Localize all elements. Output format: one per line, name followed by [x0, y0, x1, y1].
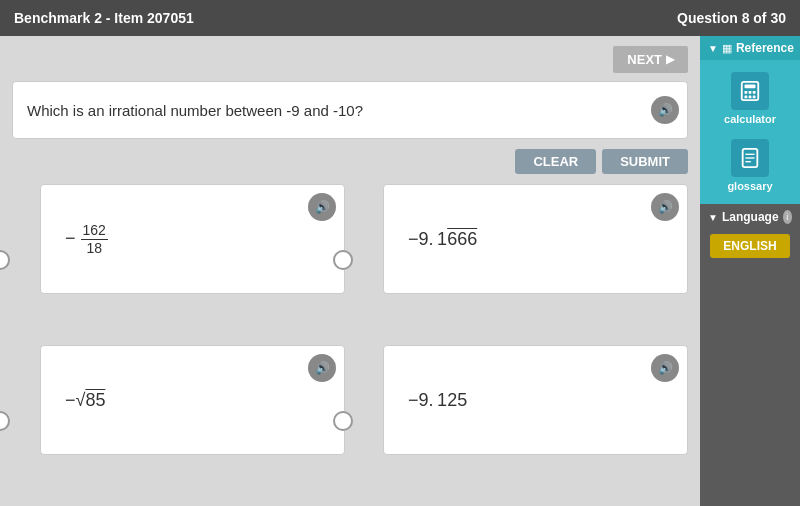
sidebar: ▼ ▦ Reference [700, 36, 800, 506]
reference-label: Reference [736, 41, 794, 55]
svg-rect-7 [753, 96, 756, 99]
overline-digits: 666 [447, 229, 477, 249]
language-label: Language [722, 210, 779, 224]
speaker-button-d[interactable]: 🔊 [651, 354, 679, 382]
speaker-icon-a: 🔊 [315, 200, 330, 214]
speaker-icon-d: 🔊 [658, 361, 673, 375]
svg-rect-6 [749, 96, 752, 99]
language-section: ▼ Language i ENGLISH [700, 204, 800, 266]
speaker-icon: 🔊 [658, 103, 673, 117]
svg-rect-3 [749, 91, 752, 94]
next-button[interactable]: NEXT ▶ [613, 46, 688, 73]
question-speaker-button[interactable]: 🔊 [651, 96, 679, 124]
answer-text-b: −9. 1666 [408, 229, 477, 250]
speaker-button-b[interactable]: 🔊 [651, 193, 679, 221]
answer-text-d: −9. 125 [408, 390, 467, 411]
svg-rect-2 [745, 91, 748, 94]
page-title: Benchmark 2 - Item 207051 [14, 10, 194, 26]
reference-triangle-icon: ▼ [708, 43, 718, 54]
radio-button-b[interactable] [333, 250, 353, 270]
question-text: Which is an irrational number between -9… [27, 102, 363, 119]
question-box: Which is an irrational number between -9… [12, 81, 688, 139]
radio-button-c[interactable] [0, 411, 10, 431]
answer-option-d[interactable]: 🔊 −9. 125 [383, 345, 688, 455]
fraction-a: 162 18 [81, 222, 108, 257]
speaker-button-a[interactable]: 🔊 [308, 193, 336, 221]
language-triangle-icon: ▼ [708, 212, 718, 223]
calculator-icon [739, 80, 761, 102]
svg-rect-1 [745, 85, 756, 89]
reference-header[interactable]: ▼ ▦ Reference [700, 36, 800, 60]
next-arrow-icon: ▶ [666, 53, 674, 66]
reference-tools: calculator glossary [700, 60, 800, 204]
reference-icon-small: ▦ [722, 42, 732, 55]
answer-text-a: − 162 18 [65, 222, 108, 257]
sqrt-radicand: 85 [85, 390, 105, 410]
glossary-icon-box [731, 139, 769, 177]
answer-grid: 🔊 − 162 18 🔊 [12, 184, 688, 496]
answer-option-a-wrapper: 🔊 − 162 18 [12, 184, 345, 335]
reference-section: ▼ ▦ Reference [700, 36, 800, 204]
answer-option-b[interactable]: 🔊 −9. 1666 [383, 184, 688, 294]
answer-text-c: −√85 [65, 390, 105, 411]
answer-option-c[interactable]: 🔊 −√85 [40, 345, 345, 455]
glossary-tool[interactable]: glossary [723, 135, 776, 196]
radio-button-a[interactable] [0, 250, 10, 270]
answer-option-c-wrapper: 🔊 −√85 [12, 345, 345, 496]
svg-rect-4 [753, 91, 756, 94]
glossary-label: glossary [727, 180, 772, 192]
calculator-tool[interactable]: calculator [720, 68, 780, 129]
svg-rect-5 [745, 96, 748, 99]
answer-option-a[interactable]: 🔊 − 162 18 [40, 184, 345, 294]
speaker-icon-c: 🔊 [315, 361, 330, 375]
next-label: NEXT [627, 52, 662, 67]
clear-button[interactable]: CLEAR [515, 149, 596, 174]
info-icon[interactable]: i [783, 210, 792, 224]
speaker-icon-b: 🔊 [658, 200, 673, 214]
question-counter: Question 8 of 30 [677, 10, 786, 26]
glossary-icon [739, 147, 761, 169]
answer-option-b-wrapper: 🔊 −9. 1666 [355, 184, 688, 335]
speaker-button-c[interactable]: 🔊 [308, 354, 336, 382]
answer-option-d-wrapper: 🔊 −9. 125 [355, 345, 688, 496]
english-button[interactable]: ENGLISH [710, 234, 790, 258]
language-header[interactable]: ▼ Language i [700, 204, 800, 230]
calculator-label: calculator [724, 113, 776, 125]
radio-button-d[interactable] [333, 411, 353, 431]
submit-button[interactable]: SUBMIT [602, 149, 688, 174]
calculator-icon-box [731, 72, 769, 110]
